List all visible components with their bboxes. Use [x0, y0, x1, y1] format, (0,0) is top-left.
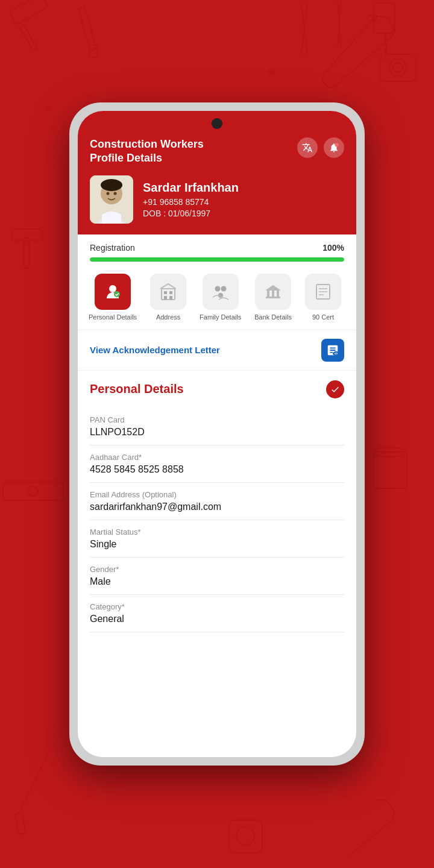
- svg-point-38: [114, 291, 120, 297]
- svg-rect-49: [277, 291, 279, 297]
- phone-shell: Construction Workers Profile Details: [69, 102, 365, 766]
- svg-point-37: [109, 285, 116, 292]
- svg-point-28: [236, 827, 254, 845]
- svg-line-12: [268, 69, 274, 75]
- header-icons: [297, 137, 344, 158]
- field-martial-status: Martial Status* Single: [90, 520, 344, 558]
- app-title: Construction Workers Profile Details: [90, 137, 204, 166]
- svg-rect-40: [164, 291, 167, 294]
- details-scroll: Personal Details PAN Card LLNPO152D: [78, 371, 356, 757]
- profile-dob: DOB : 01/06/1997: [143, 209, 239, 218]
- svg-rect-43: [169, 296, 172, 300]
- svg-rect-47: [267, 291, 269, 297]
- tabs-row: Personal Details Address: [78, 270, 356, 327]
- tab-family-details[interactable]: Family Details: [195, 270, 246, 327]
- svg-point-20: [393, 63, 403, 72]
- field-aadhaar-label: Aadhaar Card*: [90, 453, 344, 462]
- svg-rect-6: [368, 15, 377, 20]
- svg-point-44: [215, 286, 220, 291]
- phone-screen: Construction Workers Profile Details: [78, 111, 356, 757]
- field-email-value: sardarirfankhan97@gmail.com: [90, 502, 344, 512]
- cert-icon-box: [305, 274, 341, 310]
- svg-rect-48: [272, 291, 274, 297]
- acknowledgement-banner[interactable]: View Acknowledgement Letter: [78, 330, 356, 371]
- svg-rect-2: [89, 45, 98, 57]
- svg-line-17: [338, 0, 341, 48]
- svg-rect-42: [164, 296, 167, 300]
- svg-point-29: [335, 143, 339, 147]
- profile-row: Sardar Irfankhan +91 96858 85774 DOB : 0…: [90, 175, 344, 224]
- svg-line-4: [301, 3, 307, 54]
- field-aadhaar: Aadhaar Card* 4528 5845 8525 8858: [90, 445, 344, 483]
- field-aadhaar-value: 4528 5845 8525 8858: [90, 464, 344, 475]
- ack-icon: [321, 339, 344, 362]
- progress-bar-bg: [90, 257, 344, 262]
- tab-personal-details[interactable]: Personal Details: [84, 270, 142, 327]
- field-email-label: Email Address (Optional): [90, 490, 344, 499]
- svg-line-14: [46, 106, 51, 111]
- svg-rect-41: [169, 291, 172, 294]
- svg-rect-26: [15, 813, 26, 835]
- svg-line-11: [268, 69, 274, 75]
- bank-icon-box: [255, 274, 291, 310]
- field-martial-label: Martial Status*: [90, 527, 344, 536]
- svg-point-34: [101, 179, 122, 191]
- svg-rect-23: [374, 452, 407, 488]
- field-gender-label: Gender*: [90, 565, 344, 574]
- svg-line-15: [46, 106, 51, 111]
- field-martial-value: Single: [90, 539, 344, 550]
- svg-point-13: [46, 106, 51, 111]
- svg-rect-5: [374, 3, 395, 33]
- field-pan: PAN Card LLNPO152D: [90, 408, 344, 445]
- tab-bank-label: Bank Details: [254, 313, 292, 321]
- field-category: Category* General: [90, 595, 344, 632]
- svg-point-36: [114, 192, 117, 195]
- svg-rect-27: [229, 820, 262, 853]
- tab-address[interactable]: Address: [145, 270, 191, 327]
- translate-icon[interactable]: [297, 137, 318, 158]
- field-category-label: Category*: [90, 602, 344, 611]
- tab-cert-label: 90 Cert: [312, 313, 334, 321]
- svg-rect-50: [266, 297, 280, 298]
- field-category-value: General: [90, 614, 344, 624]
- tab-family-label: Family Details: [200, 313, 241, 321]
- svg-point-24: [374, 447, 406, 457]
- field-gender: Gender* Male: [90, 558, 344, 595]
- svg-rect-1: [19, 25, 37, 51]
- tab-bank-details[interactable]: Bank Details: [250, 270, 297, 327]
- registration-section: Registration 100%: [78, 234, 356, 270]
- section-title: Personal Details: [90, 382, 184, 396]
- check-badge: [326, 380, 344, 398]
- content-area: Registration 100%: [78, 234, 356, 757]
- svg-point-57: [336, 353, 337, 354]
- svg-point-35: [107, 192, 110, 195]
- svg-line-3: [301, 3, 307, 54]
- phone-notch: [212, 118, 222, 129]
- personal-fields: PAN Card LLNPO152D Aadhaar Card* 4528 58…: [90, 408, 344, 632]
- field-email: Email Address (Optional) sardarirfankhan…: [90, 483, 344, 520]
- field-gender-value: Male: [90, 576, 344, 587]
- header-top: Construction Workers Profile Details: [90, 137, 344, 166]
- tab-cert[interactable]: 90 Cert: [300, 270, 346, 327]
- section-title-row: Personal Details: [90, 380, 344, 398]
- svg-point-45: [221, 286, 226, 291]
- ack-text: View Acknowledgement Letter: [90, 345, 220, 355]
- svg-rect-18: [380, 54, 416, 81]
- field-pan-value: LLNPO152D: [90, 427, 344, 438]
- progress-bar-fill: [90, 257, 344, 262]
- address-icon-box: [150, 274, 186, 310]
- notification-icon[interactable]: [324, 137, 344, 158]
- registration-percent: 100%: [322, 243, 344, 253]
- tab-personal-label: Personal Details: [89, 313, 137, 321]
- svg-line-25: [18, 753, 48, 814]
- field-pan-label: PAN Card: [90, 415, 344, 424]
- registration-header: Registration 100%: [90, 243, 344, 253]
- svg-rect-8: [12, 229, 42, 241]
- avatar: [90, 175, 133, 224]
- svg-rect-21: [3, 482, 63, 500]
- profile-info: Sardar Irfankhan +91 96858 85774 DOB : 0…: [143, 181, 239, 218]
- svg-rect-0: [9, 0, 48, 25]
- svg-point-10: [268, 69, 274, 75]
- svg-line-16: [338, 0, 341, 48]
- svg-point-22: [28, 486, 38, 496]
